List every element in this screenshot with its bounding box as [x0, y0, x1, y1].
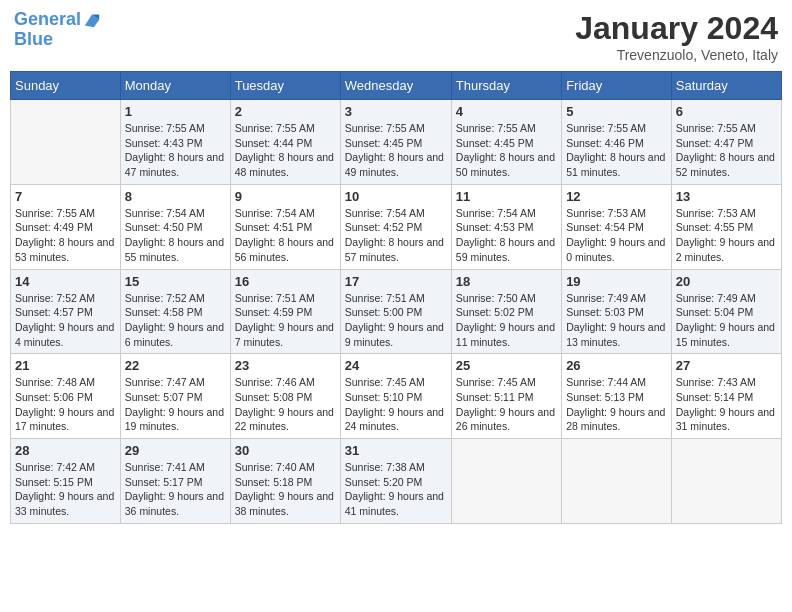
day-number: 30: [235, 443, 336, 458]
day-info: Sunrise: 7:54 AMSunset: 4:53 PMDaylight:…: [456, 206, 557, 265]
day-number: 7: [15, 189, 116, 204]
day-number: 27: [676, 358, 777, 373]
calendar-week-row: 14Sunrise: 7:52 AMSunset: 4:57 PMDayligh…: [11, 269, 782, 354]
day-number: 20: [676, 274, 777, 289]
calendar-day-cell: 7Sunrise: 7:55 AMSunset: 4:49 PMDaylight…: [11, 184, 121, 269]
day-info: Sunrise: 7:55 AMSunset: 4:44 PMDaylight:…: [235, 121, 336, 180]
day-info: Sunrise: 7:53 AMSunset: 4:54 PMDaylight:…: [566, 206, 667, 265]
calendar-day-cell: 27Sunrise: 7:43 AMSunset: 5:14 PMDayligh…: [671, 354, 781, 439]
day-number: 26: [566, 358, 667, 373]
weekday-header-row: SundayMondayTuesdayWednesdayThursdayFrid…: [11, 72, 782, 100]
weekday-header-monday: Monday: [120, 72, 230, 100]
day-info: Sunrise: 7:40 AMSunset: 5:18 PMDaylight:…: [235, 460, 336, 519]
calendar-day-cell: [671, 439, 781, 524]
calendar-day-cell: 28Sunrise: 7:42 AMSunset: 5:15 PMDayligh…: [11, 439, 121, 524]
calendar-day-cell: 5Sunrise: 7:55 AMSunset: 4:46 PMDaylight…: [562, 100, 672, 185]
day-info: Sunrise: 7:55 AMSunset: 4:47 PMDaylight:…: [676, 121, 777, 180]
calendar-day-cell: 31Sunrise: 7:38 AMSunset: 5:20 PMDayligh…: [340, 439, 451, 524]
calendar-day-cell: 3Sunrise: 7:55 AMSunset: 4:45 PMDaylight…: [340, 100, 451, 185]
day-number: 29: [125, 443, 226, 458]
day-info: Sunrise: 7:41 AMSunset: 5:17 PMDaylight:…: [125, 460, 226, 519]
day-number: 16: [235, 274, 336, 289]
day-info: Sunrise: 7:43 AMSunset: 5:14 PMDaylight:…: [676, 375, 777, 434]
day-number: 14: [15, 274, 116, 289]
calendar-day-cell: 2Sunrise: 7:55 AMSunset: 4:44 PMDaylight…: [230, 100, 340, 185]
day-number: 9: [235, 189, 336, 204]
day-number: 6: [676, 104, 777, 119]
day-number: 1: [125, 104, 226, 119]
day-number: 12: [566, 189, 667, 204]
weekday-header-thursday: Thursday: [451, 72, 561, 100]
day-number: 10: [345, 189, 447, 204]
day-info: Sunrise: 7:53 AMSunset: 4:55 PMDaylight:…: [676, 206, 777, 265]
weekday-header-friday: Friday: [562, 72, 672, 100]
day-info: Sunrise: 7:51 AMSunset: 4:59 PMDaylight:…: [235, 291, 336, 350]
day-info: Sunrise: 7:55 AMSunset: 4:49 PMDaylight:…: [15, 206, 116, 265]
day-info: Sunrise: 7:54 AMSunset: 4:52 PMDaylight:…: [345, 206, 447, 265]
day-info: Sunrise: 7:55 AMSunset: 4:45 PMDaylight:…: [345, 121, 447, 180]
calendar-day-cell: 22Sunrise: 7:47 AMSunset: 5:07 PMDayligh…: [120, 354, 230, 439]
day-number: 18: [456, 274, 557, 289]
calendar-day-cell: 1Sunrise: 7:55 AMSunset: 4:43 PMDaylight…: [120, 100, 230, 185]
logo-text-blue: Blue: [14, 30, 101, 50]
calendar-day-cell: 29Sunrise: 7:41 AMSunset: 5:17 PMDayligh…: [120, 439, 230, 524]
calendar-day-cell: 11Sunrise: 7:54 AMSunset: 4:53 PMDayligh…: [451, 184, 561, 269]
calendar-day-cell: 16Sunrise: 7:51 AMSunset: 4:59 PMDayligh…: [230, 269, 340, 354]
day-info: Sunrise: 7:49 AMSunset: 5:04 PMDaylight:…: [676, 291, 777, 350]
calendar-day-cell: 30Sunrise: 7:40 AMSunset: 5:18 PMDayligh…: [230, 439, 340, 524]
day-info: Sunrise: 7:51 AMSunset: 5:00 PMDaylight:…: [345, 291, 447, 350]
day-info: Sunrise: 7:52 AMSunset: 4:57 PMDaylight:…: [15, 291, 116, 350]
day-info: Sunrise: 7:54 AMSunset: 4:51 PMDaylight:…: [235, 206, 336, 265]
logo: General Blue: [14, 10, 101, 50]
day-info: Sunrise: 7:47 AMSunset: 5:07 PMDaylight:…: [125, 375, 226, 434]
day-number: 25: [456, 358, 557, 373]
day-number: 19: [566, 274, 667, 289]
day-number: 8: [125, 189, 226, 204]
day-info: Sunrise: 7:54 AMSunset: 4:50 PMDaylight:…: [125, 206, 226, 265]
calendar-day-cell: 10Sunrise: 7:54 AMSunset: 4:52 PMDayligh…: [340, 184, 451, 269]
day-number: 28: [15, 443, 116, 458]
weekday-header-saturday: Saturday: [671, 72, 781, 100]
calendar-day-cell: 21Sunrise: 7:48 AMSunset: 5:06 PMDayligh…: [11, 354, 121, 439]
day-number: 22: [125, 358, 226, 373]
day-number: 21: [15, 358, 116, 373]
calendar-day-cell: 18Sunrise: 7:50 AMSunset: 5:02 PMDayligh…: [451, 269, 561, 354]
calendar-week-row: 28Sunrise: 7:42 AMSunset: 5:15 PMDayligh…: [11, 439, 782, 524]
calendar-day-cell: [451, 439, 561, 524]
day-number: 15: [125, 274, 226, 289]
page-header: General Blue January 2024 Trevenzuolo, V…: [10, 10, 782, 63]
calendar-day-cell: 23Sunrise: 7:46 AMSunset: 5:08 PMDayligh…: [230, 354, 340, 439]
day-number: 2: [235, 104, 336, 119]
day-number: 11: [456, 189, 557, 204]
calendar-table: SundayMondayTuesdayWednesdayThursdayFrid…: [10, 71, 782, 524]
day-info: Sunrise: 7:42 AMSunset: 5:15 PMDaylight:…: [15, 460, 116, 519]
calendar-day-cell: 26Sunrise: 7:44 AMSunset: 5:13 PMDayligh…: [562, 354, 672, 439]
day-number: 4: [456, 104, 557, 119]
calendar-week-row: 21Sunrise: 7:48 AMSunset: 5:06 PMDayligh…: [11, 354, 782, 439]
day-number: 24: [345, 358, 447, 373]
day-info: Sunrise: 7:52 AMSunset: 4:58 PMDaylight:…: [125, 291, 226, 350]
day-number: 23: [235, 358, 336, 373]
day-info: Sunrise: 7:49 AMSunset: 5:03 PMDaylight:…: [566, 291, 667, 350]
weekday-header-sunday: Sunday: [11, 72, 121, 100]
calendar-day-cell: 24Sunrise: 7:45 AMSunset: 5:10 PMDayligh…: [340, 354, 451, 439]
calendar-day-cell: 9Sunrise: 7:54 AMSunset: 4:51 PMDaylight…: [230, 184, 340, 269]
calendar-day-cell: 25Sunrise: 7:45 AMSunset: 5:11 PMDayligh…: [451, 354, 561, 439]
day-info: Sunrise: 7:55 AMSunset: 4:46 PMDaylight:…: [566, 121, 667, 180]
calendar-day-cell: 12Sunrise: 7:53 AMSunset: 4:54 PMDayligh…: [562, 184, 672, 269]
day-info: Sunrise: 7:38 AMSunset: 5:20 PMDaylight:…: [345, 460, 447, 519]
day-number: 13: [676, 189, 777, 204]
day-info: Sunrise: 7:55 AMSunset: 4:45 PMDaylight:…: [456, 121, 557, 180]
logo-text: General: [14, 10, 81, 30]
calendar-day-cell: 15Sunrise: 7:52 AMSunset: 4:58 PMDayligh…: [120, 269, 230, 354]
calendar-day-cell: 19Sunrise: 7:49 AMSunset: 5:03 PMDayligh…: [562, 269, 672, 354]
day-info: Sunrise: 7:48 AMSunset: 5:06 PMDaylight:…: [15, 375, 116, 434]
calendar-week-row: 1Sunrise: 7:55 AMSunset: 4:43 PMDaylight…: [11, 100, 782, 185]
calendar-day-cell: 14Sunrise: 7:52 AMSunset: 4:57 PMDayligh…: [11, 269, 121, 354]
calendar-day-cell: 13Sunrise: 7:53 AMSunset: 4:55 PMDayligh…: [671, 184, 781, 269]
day-number: 17: [345, 274, 447, 289]
day-number: 31: [345, 443, 447, 458]
calendar-day-cell: 8Sunrise: 7:54 AMSunset: 4:50 PMDaylight…: [120, 184, 230, 269]
calendar-day-cell: 4Sunrise: 7:55 AMSunset: 4:45 PMDaylight…: [451, 100, 561, 185]
calendar-day-cell: [562, 439, 672, 524]
